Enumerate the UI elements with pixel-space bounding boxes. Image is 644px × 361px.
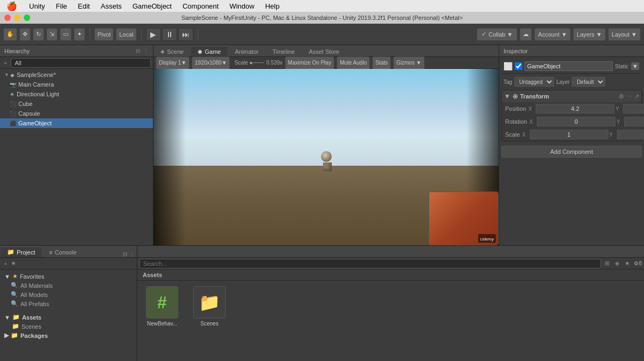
hierarchy-search-input[interactable] bbox=[11, 58, 151, 68]
panel-lock-icon[interactable]: ⊟ bbox=[123, 251, 127, 257]
assets-tree-title[interactable]: ▼ 📁 Assets bbox=[4, 313, 132, 322]
stats-button[interactable]: Stats bbox=[372, 56, 391, 69]
rotate-tool-button[interactable]: ↻ bbox=[33, 28, 44, 41]
tab-assetstore[interactable]: Asset Store bbox=[302, 46, 346, 56]
menu-edit[interactable]: Edit bbox=[73, 2, 95, 10]
layer-dropdown[interactable]: Default bbox=[572, 77, 605, 87]
rect-tool-button[interactable]: ▭ bbox=[60, 28, 72, 41]
assets-panel-header bbox=[137, 246, 644, 258]
tab-scene[interactable]: ◈ Scene bbox=[153, 46, 191, 56]
hierarchy-panel: Hierarchy ⊟ ⋮ + ▼ ◈ SampleScene* 📷 Main … bbox=[0, 45, 153, 245]
menu-component[interactable]: Component bbox=[177, 2, 224, 10]
scale-x-input[interactable] bbox=[530, 130, 608, 139]
layers-button[interactable]: Layers ▼ bbox=[573, 28, 606, 41]
move-tool-button[interactable]: ✥ bbox=[19, 28, 31, 41]
close-button[interactable] bbox=[4, 15, 11, 21]
static-dropdown-button[interactable]: ▼ bbox=[631, 62, 640, 70]
separator-1 bbox=[89, 28, 90, 41]
gameobject-name-input[interactable] bbox=[524, 61, 613, 71]
favorites-title[interactable]: ▼ ★ Favorites bbox=[4, 272, 132, 281]
camera-icon: 📷 bbox=[10, 82, 16, 88]
play-button[interactable]: ▶ bbox=[146, 28, 161, 41]
layout-button[interactable]: Layout ▼ bbox=[608, 28, 641, 41]
scale-tool-button[interactable]: ⇲ bbox=[46, 28, 58, 41]
apple-icon[interactable]: 🍎 bbox=[0, 1, 24, 11]
hierarchy-lock-icon[interactable]: ⊟ bbox=[136, 48, 140, 54]
fav-item-models[interactable]: 🔍 All Models bbox=[4, 290, 132, 299]
resolution-selector[interactable]: 1920x1080 ▼ bbox=[192, 56, 230, 69]
packages-triangle-icon: ▶ bbox=[4, 332, 9, 339]
assets-search-input[interactable] bbox=[139, 259, 601, 268]
minimize-button[interactable] bbox=[14, 15, 20, 21]
account-button[interactable]: Account ▼ bbox=[534, 28, 571, 41]
rotation-row: Rotation X Y Z bbox=[502, 115, 641, 128]
maximize-on-play-button[interactable]: Maximize On Play bbox=[285, 56, 335, 69]
menu-assets[interactable]: Assets bbox=[95, 2, 127, 10]
hier-item-directionallight[interactable]: ☀ Directional Light bbox=[0, 89, 153, 99]
collab-checkmark-icon: ✓ bbox=[481, 31, 486, 38]
cloud-button[interactable]: ☁ bbox=[520, 28, 532, 41]
titlebar: SampleScene - MyFirstUnity - PC, Mac & L… bbox=[0, 12, 644, 24]
favorites-triangle-icon: ▼ bbox=[4, 273, 10, 280]
pivot-button[interactable]: Pivot bbox=[94, 28, 114, 41]
assets-star-button[interactable]: ★ bbox=[623, 259, 632, 267]
transform-header[interactable]: ▼ ⊕ Transform ⚙ ⋯ ↗ bbox=[502, 90, 641, 102]
tab-console[interactable]: ≡ Console bbox=[42, 246, 83, 257]
step-button[interactable]: ⏭ bbox=[178, 28, 193, 41]
rotation-y-input[interactable] bbox=[624, 117, 644, 126]
pause-button[interactable]: ⏸ bbox=[162, 28, 177, 41]
transform-overflow-icon[interactable]: ⋯ bbox=[626, 93, 632, 100]
hier-item-gameobject[interactable]: ⬛ GameObject bbox=[0, 118, 153, 128]
mute-audio-button[interactable]: Mute Audio bbox=[337, 56, 370, 69]
fav-item-prefabs[interactable]: 🔍 All Prefabs bbox=[4, 299, 132, 308]
transform-lock-icon[interactable]: ↗ bbox=[634, 93, 639, 100]
menu-help[interactable]: Help bbox=[260, 2, 285, 10]
game-viewport: Udemy bbox=[153, 69, 499, 245]
tab-timeline[interactable]: Timeline bbox=[265, 46, 302, 56]
tag-dropdown[interactable]: Untagged bbox=[514, 77, 554, 87]
gameobject-active-checkbox[interactable] bbox=[515, 62, 522, 70]
menu-file[interactable]: File bbox=[51, 2, 73, 10]
hier-item-capsule[interactable]: ⬛ Capsule bbox=[0, 109, 153, 118]
position-fields: X Y Z bbox=[528, 104, 644, 114]
add-component-button[interactable]: Add Component bbox=[501, 146, 642, 158]
asset-scenes[interactable]: 📁 Scenes bbox=[190, 286, 229, 327]
asset-newbehav[interactable]: # NewBehav... bbox=[143, 286, 181, 327]
menu-gameobject[interactable]: GameObject bbox=[127, 2, 177, 10]
collab-button[interactable]: ✓ Collab ▼ bbox=[477, 28, 517, 41]
hand-tool-button[interactable]: ✋ bbox=[3, 28, 17, 41]
hierarchy-menu-icon[interactable]: ⋮ bbox=[143, 48, 149, 54]
position-x-input[interactable] bbox=[536, 104, 614, 114]
assets-toolbar: ⊞ ◈ ★ ⚙8 bbox=[137, 258, 644, 270]
hierarchy-add-button[interactable]: + bbox=[2, 59, 9, 67]
panel-menu-icon[interactable]: ⋮ bbox=[129, 251, 135, 257]
position-y-input[interactable] bbox=[623, 104, 644, 114]
hier-item-maincamera[interactable]: 📷 Main Camera bbox=[0, 80, 153, 89]
tab-animator[interactable]: Animator bbox=[228, 46, 265, 56]
scale-y-input[interactable] bbox=[617, 130, 644, 139]
hier-item-samplescene[interactable]: ▼ ◈ SampleScene* bbox=[0, 70, 153, 80]
project-add-button[interactable]: + bbox=[2, 260, 9, 267]
multi-tool-button[interactable]: ✦ bbox=[74, 28, 85, 41]
assets-scenes-item[interactable]: 📁 Scenes bbox=[4, 322, 132, 331]
maximize-button[interactable] bbox=[24, 15, 30, 21]
newbehav-icon: # bbox=[146, 286, 178, 318]
display-selector[interactable]: Display 1 ▼ bbox=[156, 56, 190, 69]
packages-title[interactable]: ▶ 📁 Packages bbox=[4, 331, 132, 340]
menu-window[interactable]: Window bbox=[224, 2, 260, 10]
transform-component: ▼ ⊕ Transform ⚙ ⋯ ↗ Position X bbox=[501, 90, 642, 141]
assets-view-button[interactable]: ⊞ bbox=[603, 259, 611, 267]
sx-axis-label: X bbox=[522, 132, 529, 138]
hier-item-cube[interactable]: ⬛ Cube bbox=[0, 99, 153, 109]
gizmos-button[interactable]: Gizmos ▼ bbox=[393, 56, 425, 69]
local-button[interactable]: Local bbox=[116, 28, 136, 41]
tab-project[interactable]: 📁 Project bbox=[0, 246, 42, 257]
assets-filter-button[interactable]: ◈ bbox=[613, 259, 621, 267]
transform-settings-icon[interactable]: ⚙ bbox=[619, 93, 624, 100]
static-label: Static bbox=[615, 63, 628, 69]
inspector-panel: Inspector ⬜ Static ▼ Tag Untagged bbox=[499, 45, 644, 245]
menu-unity[interactable]: Unity bbox=[24, 2, 51, 10]
tab-game[interactable]: ◉ Game bbox=[191, 46, 228, 56]
fav-item-materials[interactable]: 🔍 All Materials bbox=[4, 281, 132, 290]
rotation-x-input[interactable] bbox=[537, 117, 615, 126]
